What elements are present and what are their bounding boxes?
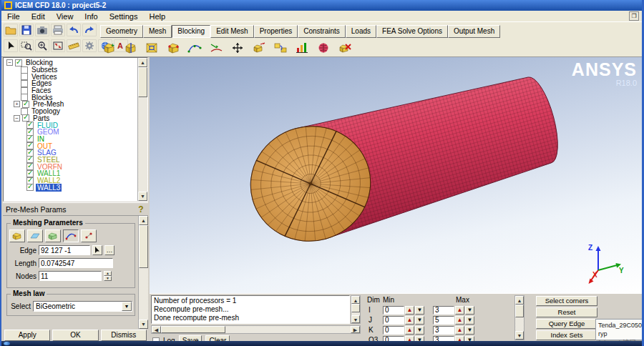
part-item-wall3[interactable]: WALL3 [5,184,137,191]
spin-down-icon[interactable]: ▼ [415,316,424,325]
settings-icon[interactable] [82,39,97,52]
scroll-thumb[interactable] [161,326,225,333]
expand-icon[interactable]: + [14,101,20,107]
length-input[interactable] [39,258,113,268]
premesh-quality-icon[interactable] [293,40,310,55]
part-item-vorfn[interactable]: VORFN [5,163,137,170]
merge-vertices-icon[interactable] [165,40,181,55]
save-icon[interactable] [19,24,34,36]
tab-constraints[interactable]: Constraints [298,25,346,38]
screenshot-icon[interactable] [35,24,49,36]
scroll-down-icon[interactable]: ▼ [351,315,360,323]
max-j-input[interactable] [433,316,454,325]
select-icon[interactable] [4,39,18,52]
measure-icon[interactable] [67,39,81,52]
menu-edit[interactable]: Edit [26,11,51,21]
collapse-icon[interactable]: − [6,59,13,66]
scroll-thumb[interactable] [139,225,148,268]
mesh-params-global-icon[interactable] [9,229,25,242]
tree-checkbox[interactable] [21,66,28,74]
edit-edge-icon[interactable] [186,40,203,55]
delete-block-icon[interactable] [336,40,353,55]
max-k-input[interactable] [433,326,454,335]
tree-scrollbar[interactable]: ▲ ▼ [137,58,147,201]
open-icon[interactable] [4,24,18,36]
mesh-params-surface-icon[interactable] [27,229,43,242]
tree-item-edges[interactable]: Edges [5,80,137,87]
tree-item-parts[interactable]: − Parts [5,115,137,122]
scroll-down-icon[interactable]: ▼ [139,320,148,329]
part-item-in[interactable]: IN [5,136,137,143]
undo-icon[interactable] [67,24,81,36]
params-scrollbar[interactable]: ▲ ▼ [138,216,148,329]
menu-info[interactable]: Info [79,11,103,21]
index-scrollbar[interactable]: ▲ ▼ [514,295,525,340]
zoom-window-icon[interactable] [19,39,34,52]
spin-up-icon[interactable]: ▲ [455,316,464,325]
tree-item-blocking[interactable]: − Blocking [5,59,137,66]
start-button[interactable] [4,342,10,345]
edge-input[interactable] [39,245,90,255]
periodic-icon[interactable] [272,40,288,55]
tree-item-vertices[interactable]: Vertices [5,73,137,80]
spin-down-icon[interactable]: ▼ [465,326,474,335]
help-icon[interactable]: ? [137,204,145,214]
max-i-input[interactable] [433,306,454,315]
tree-checkbox[interactable] [21,80,28,87]
mesh-params-vertex-icon[interactable] [81,229,97,242]
scroll-up-icon[interactable]: ▲ [138,58,147,67]
scroll-up-icon[interactable]: ▲ [139,216,148,225]
chevron-down-icon[interactable]: ▼ [122,302,132,311]
index-sets-button[interactable]: Index Sets [536,330,597,340]
mesh-law-dropdown[interactable]: BiGeometric ▼ [33,301,132,312]
scroll-thumb[interactable] [515,305,524,317]
menu-help[interactable]: Help [143,11,171,21]
smooth-mesh-icon[interactable] [315,40,331,55]
ok-button[interactable]: OK [52,330,98,341]
log-hscrollbar[interactable]: ◀ ▶ [151,325,361,334]
spin-up-icon[interactable]: ▲ [455,306,464,315]
spin-up-icon[interactable]: ▲ [405,326,414,335]
spin-down-icon[interactable]: ▼ [415,326,424,335]
mesh-params-edge-icon[interactable] [63,229,79,242]
scroll-down-icon[interactable]: ▼ [515,331,524,340]
nodes-input[interactable] [39,271,102,281]
associate-icon[interactable] [208,40,224,55]
scroll-left-icon[interactable]: ◀ [152,326,161,333]
viewport-canvas[interactable]: ANSYS R18.0 Z Y X [150,57,644,293]
scroll-down-icon[interactable]: ▼ [138,192,147,201]
spin-down-icon[interactable]: ▼ [415,306,424,315]
tab-mesh[interactable]: Mesh [143,25,172,38]
tab-output-mesh[interactable]: Output Mesh [448,25,500,38]
print-icon[interactable] [51,24,65,36]
scroll-right-icon[interactable]: ▶ [351,326,360,333]
tab-edit-mesh[interactable]: Edit Mesh [210,25,253,38]
part-item-wall1[interactable]: WALL1 [5,170,137,177]
apply-button[interactable]: Apply [4,330,50,341]
edge-more-button[interactable]: … [104,245,114,255]
tab-properties[interactable]: Properties [254,25,298,38]
spin-down-icon[interactable]: ▼ [465,316,474,325]
menu-settings[interactable]: Settings [104,11,144,21]
scroll-thumb[interactable] [138,67,147,97]
tree-item-pre-mesh[interactable]: + Pre-Mesh [5,101,137,108]
tree-checkbox[interactable] [21,87,28,94]
spin-up-icon[interactable]: ▲ [405,316,414,325]
reset-button[interactable]: Reset [536,307,597,317]
select-corners-button[interactable]: Select corners [536,296,597,306]
tree-checkbox[interactable] [15,59,22,66]
log-scrollbar[interactable]: ▲ ▼ [351,295,361,324]
spin-down-icon[interactable]: ▼ [465,306,474,315]
tab-loads[interactable]: Loads [346,25,376,38]
tab-geometry[interactable]: Geometry [100,25,143,38]
min-j-input[interactable] [383,316,404,325]
title-bar[interactable]: ICEM CFD 18.0 : project5-2 [1,0,642,11]
nodes-spin-down-icon[interactable]: ▼ [104,276,112,281]
fit-view-icon[interactable] [51,39,65,52]
min-i-input[interactable] [383,306,404,315]
part-item-steel[interactable]: STEEL [5,157,137,164]
nodes-spin-up-icon[interactable]: ▲ [104,271,112,276]
min-k-input[interactable] [383,326,404,335]
message-log[interactable]: Number of processors = 1 Recompute pre-m… [151,295,350,324]
part-item-slag[interactable]: SLAG [5,149,137,157]
